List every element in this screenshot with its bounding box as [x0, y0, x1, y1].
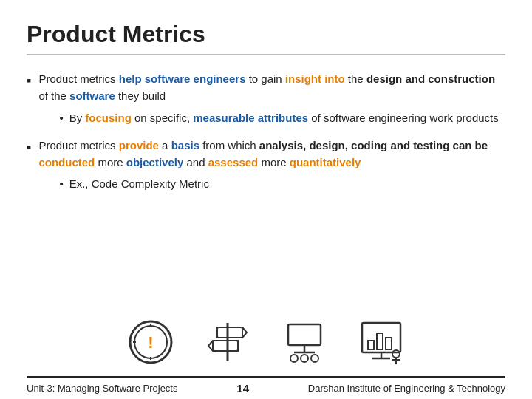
sb1-measurable: measurable attributes [193, 112, 308, 124]
b1-p7: of the [38, 89, 69, 102]
signpost-icon [202, 317, 253, 367]
svg-rect-8 [217, 327, 242, 338]
slide: Product Metrics ▪ Product metrics help s… [0, 0, 532, 399]
sub-bullet-1: • By focusing on specific, measurable at… [59, 109, 505, 126]
bullet-1-text: Product metrics help software engineers … [38, 70, 505, 126]
svg-text:!: ! [148, 333, 153, 352]
svg-rect-10 [213, 341, 238, 351]
b1-p8: software [69, 89, 115, 102]
sb2-text: Ex., Code Complexity Metric [69, 175, 209, 192]
barchart-icon [356, 317, 406, 367]
b2-assessed: assessed [208, 156, 259, 168]
b1-p4: insight into [285, 72, 345, 85]
bullet-1: ▪ Product metrics help software engineer… [27, 70, 505, 126]
b2-p3: a [159, 139, 171, 151]
b1-p3: to gain [245, 72, 284, 85]
b2-analysis: analysis, design, coding and testing can… [259, 139, 488, 151]
svg-point-16 [301, 355, 308, 362]
svg-point-15 [290, 355, 298, 362]
clock-icon-box: ! [124, 316, 177, 369]
footer: Unit-3: Managing Software Projects 14 Da… [27, 376, 505, 399]
b2-p13: more [258, 156, 290, 168]
b2-p11: and [183, 156, 208, 168]
team-icon-box [278, 316, 331, 369]
content-area: ▪ Product metrics help software engineer… [27, 63, 505, 302]
b2-p1: Product metrics [38, 139, 118, 151]
svg-point-17 [311, 355, 318, 362]
clock-icon: ! [126, 317, 176, 367]
barchart-icon-box [355, 316, 408, 369]
svg-rect-12 [288, 324, 321, 345]
svg-rect-20 [377, 333, 383, 349]
bullet-marker-1: ▪ [27, 71, 31, 92]
bullet-marker-2: ▪ [27, 137, 31, 158]
sb1-focusing: focusing [85, 112, 132, 124]
icons-row: ! [27, 316, 505, 369]
sub-marker-1: • [59, 109, 63, 126]
sb1-text: By focusing on specific, measurable attr… [69, 109, 499, 126]
b2-conducted: conducted [38, 156, 95, 168]
b2-basis: basis [171, 139, 200, 151]
b2-objectively: objectively [126, 156, 184, 168]
bullet-2-text: Product metrics provide a basis from whi… [38, 137, 505, 193]
b2-p5: from which [200, 139, 259, 151]
team-icon [279, 317, 330, 367]
b2-provide: provide [119, 139, 159, 151]
signpost-icon-box [201, 316, 254, 369]
footer-center: 14 [236, 382, 249, 395]
sub-bullet-2: • Ex., Code Complexity Metric [59, 175, 505, 192]
sub-marker-2: • [59, 175, 63, 192]
b2-quantitatively: quantitatively [290, 156, 361, 168]
slide-title: Product Metrics [27, 21, 505, 55]
svg-rect-19 [368, 341, 374, 349]
bullet-2: ▪ Product metrics provide a basis from w… [27, 137, 505, 193]
b2-p9: more [95, 156, 126, 168]
svg-rect-21 [386, 338, 392, 349]
svg-point-24 [392, 350, 400, 358]
b1-p5: the [345, 72, 366, 85]
footer-left: Unit-3: Managing Software Projects [27, 383, 177, 394]
b1-p2: help software engineers [119, 72, 246, 85]
footer-right: Darshan Institute of Engineering & Techn… [308, 383, 505, 394]
b1-p6: design and construction [366, 72, 495, 85]
b1-p9: they build [115, 89, 166, 102]
b1-p1: Product metrics [38, 72, 118, 85]
